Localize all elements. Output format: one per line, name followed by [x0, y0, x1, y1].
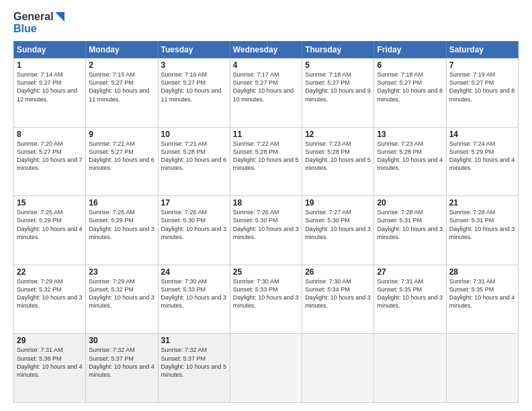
col-header-thursday: Thursday	[302, 42, 374, 58]
day-number: 25	[233, 267, 299, 277]
day-number: 24	[161, 267, 227, 277]
day-number: 7	[449, 60, 515, 70]
day-number: 30	[89, 336, 154, 345]
day-detail: Sunrise: 7:32 AMSunset: 5:37 PMDaylight:…	[89, 346, 154, 379]
day-detail: Sunrise: 7:31 AMSunset: 5:36 PMDaylight:…	[17, 346, 83, 379]
day-detail: Sunrise: 7:23 AMSunset: 5:28 PMDaylight:…	[305, 140, 371, 173]
day-number: 5	[305, 60, 371, 70]
day-number: 19	[305, 198, 371, 208]
day-detail: Sunrise: 7:24 AMSunset: 5:29 PMDaylight:…	[449, 140, 515, 173]
day-detail: Sunrise: 7:14 AMSunset: 5:27 PMDaylight:…	[17, 71, 83, 103]
day-number: 26	[305, 267, 371, 277]
day-detail: Sunrise: 7:19 AMSunset: 5:27 PMDaylight:…	[449, 71, 515, 103]
day-detail: Sunrise: 7:28 AMSunset: 5:31 PMDaylight:…	[377, 208, 443, 241]
day-detail: Sunrise: 7:26 AMSunset: 5:30 PMDaylight:…	[161, 208, 227, 241]
day-detail: Sunrise: 7:23 AMSunset: 5:28 PMDaylight:…	[377, 140, 443, 173]
calendar-cell: 13Sunrise: 7:23 AMSunset: 5:28 PMDayligh…	[374, 127, 446, 196]
calendar-cell: 4Sunrise: 7:17 AMSunset: 5:27 PMDaylight…	[230, 58, 302, 128]
day-detail: Sunrise: 7:17 AMSunset: 5:27 PMDaylight:…	[233, 71, 299, 103]
calendar-cell: 15Sunrise: 7:25 AMSunset: 5:29 PMDayligh…	[14, 196, 86, 265]
day-number: 12	[305, 130, 371, 139]
day-number: 27	[377, 267, 443, 277]
day-number: 2	[89, 60, 154, 70]
logo-text-block: General Blue	[13, 11, 64, 34]
logo-triangle-icon	[55, 12, 64, 21]
day-number: 15	[17, 198, 83, 208]
day-detail: Sunrise: 7:25 AMSunset: 5:29 PMDaylight:…	[17, 208, 83, 241]
day-number: 20	[377, 198, 443, 208]
calendar-cell: 20Sunrise: 7:28 AMSunset: 5:31 PMDayligh…	[374, 196, 446, 265]
header: General Blue	[13, 11, 519, 34]
col-header-wednesday: Wednesday	[230, 42, 302, 58]
col-header-monday: Monday	[86, 42, 158, 58]
day-number: 13	[377, 130, 443, 139]
page: General Blue SundayMondayTuesdayWednesda…	[0, 0, 532, 411]
day-number: 28	[449, 267, 515, 277]
calendar-cell: 21Sunrise: 7:28 AMSunset: 5:31 PMDayligh…	[446, 196, 518, 265]
calendar-cell: 31Sunrise: 7:32 AMSunset: 5:37 PMDayligh…	[158, 334, 230, 403]
calendar-cell: 28Sunrise: 7:31 AMSunset: 5:35 PMDayligh…	[446, 265, 518, 334]
day-detail: Sunrise: 7:30 AMSunset: 5:33 PMDaylight:…	[233, 277, 299, 310]
calendar-cell	[302, 334, 374, 403]
day-detail: Sunrise: 7:31 AMSunset: 5:35 PMDaylight:…	[449, 277, 515, 310]
calendar-cell: 25Sunrise: 7:30 AMSunset: 5:33 PMDayligh…	[230, 265, 302, 334]
calendar-cell: 11Sunrise: 7:22 AMSunset: 5:28 PMDayligh…	[230, 127, 302, 196]
calendar-cell	[230, 334, 302, 403]
day-detail: Sunrise: 7:29 AMSunset: 5:32 PMDaylight:…	[89, 277, 154, 310]
day-detail: Sunrise: 7:27 AMSunset: 5:30 PMDaylight:…	[305, 208, 371, 241]
calendar-cell: 1Sunrise: 7:14 AMSunset: 5:27 PMDaylight…	[14, 58, 86, 128]
week-row-4: 22Sunrise: 7:29 AMSunset: 5:32 PMDayligh…	[14, 265, 519, 334]
calendar-cell: 22Sunrise: 7:29 AMSunset: 5:32 PMDayligh…	[14, 265, 86, 334]
day-number: 23	[89, 267, 154, 277]
calendar-cell: 16Sunrise: 7:25 AMSunset: 5:29 PMDayligh…	[86, 196, 158, 265]
day-number: 6	[377, 60, 443, 70]
day-number: 29	[17, 336, 83, 345]
calendar-cell: 8Sunrise: 7:20 AMSunset: 5:27 PMDaylight…	[14, 127, 86, 196]
day-detail: Sunrise: 7:18 AMSunset: 5:27 PMDaylight:…	[377, 71, 443, 103]
calendar-cell: 12Sunrise: 7:23 AMSunset: 5:28 PMDayligh…	[302, 127, 374, 196]
day-detail: Sunrise: 7:20 AMSunset: 5:27 PMDaylight:…	[17, 140, 83, 173]
day-number: 8	[17, 130, 83, 139]
calendar-cell: 29Sunrise: 7:31 AMSunset: 5:36 PMDayligh…	[14, 334, 86, 403]
day-number: 3	[161, 60, 227, 70]
calendar-cell: 18Sunrise: 7:26 AMSunset: 5:30 PMDayligh…	[230, 196, 302, 265]
calendar-cell: 3Sunrise: 7:16 AMSunset: 5:27 PMDaylight…	[158, 58, 230, 128]
day-number: 11	[233, 130, 299, 139]
day-number: 10	[161, 130, 227, 139]
day-number: 31	[161, 336, 227, 345]
calendar-cell: 10Sunrise: 7:21 AMSunset: 5:28 PMDayligh…	[158, 127, 230, 196]
logo: General Blue	[13, 11, 64, 34]
logo-general-text: General	[13, 11, 54, 23]
day-detail: Sunrise: 7:21 AMSunset: 5:27 PMDaylight:…	[89, 140, 154, 173]
calendar-cell: 26Sunrise: 7:30 AMSunset: 5:34 PMDayligh…	[302, 265, 374, 334]
col-header-tuesday: Tuesday	[158, 42, 230, 58]
day-detail: Sunrise: 7:30 AMSunset: 5:34 PMDaylight:…	[305, 277, 371, 310]
day-detail: Sunrise: 7:15 AMSunset: 5:27 PMDaylight:…	[89, 71, 154, 103]
day-detail: Sunrise: 7:18 AMSunset: 5:27 PMDaylight:…	[305, 71, 371, 103]
calendar-cell: 17Sunrise: 7:26 AMSunset: 5:30 PMDayligh…	[158, 196, 230, 265]
calendar-cell	[446, 334, 518, 403]
svg-marker-0	[55, 12, 64, 21]
calendar-cell: 27Sunrise: 7:31 AMSunset: 5:35 PMDayligh…	[374, 265, 446, 334]
day-detail: Sunrise: 7:30 AMSunset: 5:33 PMDaylight:…	[161, 277, 227, 310]
calendar-cell: 5Sunrise: 7:18 AMSunset: 5:27 PMDaylight…	[302, 58, 374, 128]
logo-blue-text: Blue	[13, 23, 64, 35]
day-detail: Sunrise: 7:32 AMSunset: 5:37 PMDaylight:…	[161, 346, 227, 379]
col-header-saturday: Saturday	[446, 42, 518, 58]
day-number: 17	[161, 198, 227, 208]
day-detail: Sunrise: 7:16 AMSunset: 5:27 PMDaylight:…	[161, 71, 227, 103]
calendar-cell: 7Sunrise: 7:19 AMSunset: 5:27 PMDaylight…	[446, 58, 518, 128]
day-number: 18	[233, 198, 299, 208]
day-detail: Sunrise: 7:31 AMSunset: 5:35 PMDaylight:…	[377, 277, 443, 310]
day-detail: Sunrise: 7:25 AMSunset: 5:29 PMDaylight:…	[89, 208, 154, 241]
day-detail: Sunrise: 7:22 AMSunset: 5:28 PMDaylight:…	[233, 140, 299, 173]
day-number: 14	[449, 130, 515, 139]
calendar-cell: 23Sunrise: 7:29 AMSunset: 5:32 PMDayligh…	[86, 265, 158, 334]
day-number: 9	[89, 130, 154, 139]
calendar-cell: 2Sunrise: 7:15 AMSunset: 5:27 PMDaylight…	[86, 58, 158, 128]
calendar-cell: 6Sunrise: 7:18 AMSunset: 5:27 PMDaylight…	[374, 58, 446, 128]
calendar-table: SundayMondayTuesdayWednesdayThursdayFrid…	[13, 41, 519, 403]
day-number: 4	[233, 60, 299, 70]
calendar-cell: 24Sunrise: 7:30 AMSunset: 5:33 PMDayligh…	[158, 265, 230, 334]
col-header-friday: Friday	[374, 42, 446, 58]
